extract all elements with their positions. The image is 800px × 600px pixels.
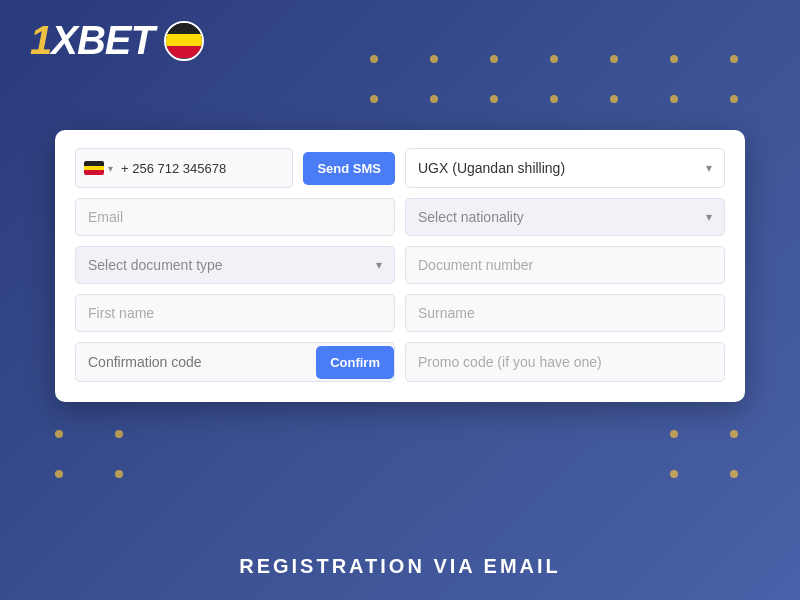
phone-row: ▾ + 256 712 345678 Send SMS xyxy=(75,148,395,188)
decorative-dot xyxy=(670,430,678,438)
surname-input[interactable] xyxy=(405,294,725,332)
decorative-dot xyxy=(115,470,123,478)
decorative-dot xyxy=(610,55,618,63)
promo-code-input[interactable] xyxy=(405,342,725,382)
document-type-chevron-icon: ▾ xyxy=(376,258,382,272)
logo-text: 1XBET xyxy=(30,18,154,62)
confirmation-code-wrapper[interactable]: Confirm xyxy=(75,342,395,382)
confirmation-row: Confirm xyxy=(75,342,395,382)
decorative-dot xyxy=(430,55,438,63)
decorative-dot xyxy=(490,55,498,63)
decorative-dot xyxy=(550,95,558,103)
decorative-dot xyxy=(670,55,678,63)
nationality-placeholder: Select nationality xyxy=(418,209,524,225)
decorative-dot xyxy=(430,95,438,103)
phone-number-display: + 256 712 345678 xyxy=(121,161,226,176)
decorative-dot xyxy=(370,55,378,63)
decorative-dot xyxy=(730,95,738,103)
currency-select[interactable]: UGX (Ugandan shilling) ▾ xyxy=(405,148,725,188)
phone-flag-chevron: ▾ xyxy=(108,163,113,174)
confirm-button[interactable]: Confirm xyxy=(316,346,394,379)
send-sms-button[interactable]: Send SMS xyxy=(303,152,395,185)
first-name-input[interactable] xyxy=(75,294,395,332)
decorative-dot xyxy=(730,470,738,478)
decorative-dot xyxy=(670,95,678,103)
decorative-dot xyxy=(670,470,678,478)
flag-black-stripe xyxy=(166,23,202,35)
logo: 1XBET xyxy=(30,18,154,63)
document-type-placeholder: Select document type xyxy=(88,257,223,273)
nationality-chevron-icon: ▾ xyxy=(706,210,712,224)
decorative-dot xyxy=(490,95,498,103)
flag-red-stripe xyxy=(166,46,202,58)
page-title: REGISTRATION VIA EMAIL xyxy=(0,555,800,578)
document-number-input[interactable] xyxy=(405,246,725,284)
registration-form-card: ▾ + 256 712 345678 Send SMS UGX (Ugandan… xyxy=(55,130,745,402)
decorative-dot xyxy=(370,95,378,103)
decorative-dot xyxy=(610,95,618,103)
header: 1XBET xyxy=(30,18,204,63)
phone-flag xyxy=(84,161,104,175)
email-input[interactable] xyxy=(75,198,395,236)
decorative-dot xyxy=(55,430,63,438)
decorative-dot xyxy=(730,430,738,438)
document-type-select[interactable]: Select document type ▾ xyxy=(75,246,395,284)
decorative-dot xyxy=(115,430,123,438)
currency-label: UGX (Ugandan shilling) xyxy=(418,160,565,176)
phone-input[interactable]: ▾ + 256 712 345678 xyxy=(75,148,293,188)
decorative-dot xyxy=(55,470,63,478)
flag-yellow-stripe xyxy=(166,34,202,46)
uganda-flag xyxy=(164,21,204,61)
decorative-dot xyxy=(730,55,738,63)
confirmation-code-input[interactable] xyxy=(76,344,316,380)
currency-chevron-icon: ▾ xyxy=(706,161,712,175)
nationality-select[interactable]: Select nationality ▾ xyxy=(405,198,725,236)
decorative-dot xyxy=(550,55,558,63)
